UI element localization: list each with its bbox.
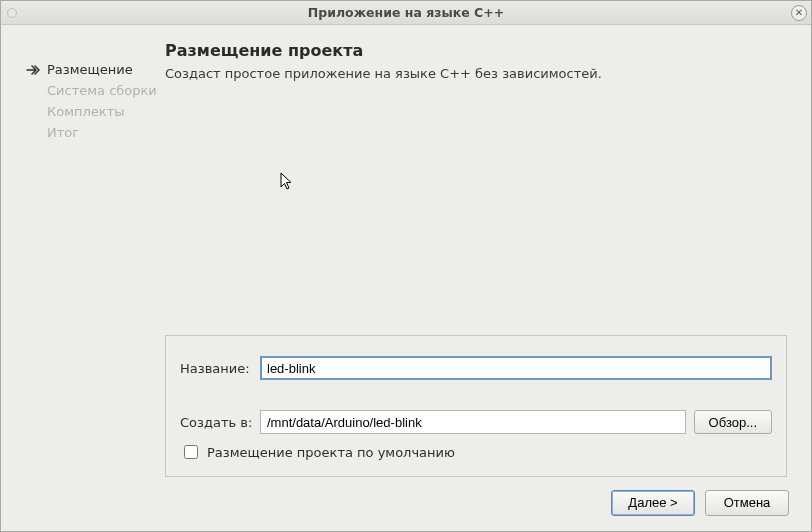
window-title: Приложение на языке C++ xyxy=(1,5,811,20)
row-gap xyxy=(180,388,772,402)
titlebar: Приложение на языке C++ ✕ xyxy=(1,1,811,25)
wizard-window: Приложение на языке C++ ✕ Размещение · xyxy=(0,0,812,532)
page-heading: Размещение проекта xyxy=(165,41,787,60)
browse-button[interactable]: Обзор... xyxy=(694,410,772,434)
step-label: Итог xyxy=(47,125,79,140)
step-location: Размещение xyxy=(25,59,165,80)
wizard-main: Размещение проекта Создаст простое прило… xyxy=(165,39,787,483)
step-label: Комплекты xyxy=(47,104,125,119)
content-area: Размещение · Система сборки · Комплекты … xyxy=(1,25,811,483)
spacer xyxy=(165,89,787,335)
default-location-checkbox[interactable] xyxy=(184,445,198,459)
step-build-system: · Система сборки xyxy=(25,80,165,101)
path-label: Создать в: xyxy=(180,415,252,430)
cancel-button[interactable]: Отмена xyxy=(705,490,789,516)
wizard-body: Размещение · Система сборки · Комплекты … xyxy=(1,25,811,531)
wizard-sidebar: Размещение · Система сборки · Комплекты … xyxy=(25,39,165,483)
name-label: Название: xyxy=(180,361,252,376)
button-bar: Далее > Отмена xyxy=(1,483,811,531)
close-button[interactable]: ✕ xyxy=(791,5,807,21)
row-default-location: Размещение проекта по умолчанию xyxy=(180,442,772,462)
row-path: Создать в: Обзор... xyxy=(180,410,772,434)
default-location-label[interactable]: Размещение проекта по умолчанию xyxy=(207,445,455,460)
name-input[interactable] xyxy=(260,356,772,380)
form-panel: Название: Создать в: Обзор... Размещение… xyxy=(165,335,787,477)
step-label: Система сборки xyxy=(47,83,157,98)
close-icon: ✕ xyxy=(795,8,803,18)
step-summary: · Итог xyxy=(25,122,165,143)
window-control-placeholder xyxy=(7,8,17,18)
next-button[interactable]: Далее > xyxy=(611,490,695,516)
page-subheading: Создаст простое приложение на языке C++ … xyxy=(165,66,787,81)
step-kits: · Комплекты xyxy=(25,101,165,122)
step-label: Размещение xyxy=(47,62,133,77)
step-indicator-icon xyxy=(25,64,41,76)
row-name: Название: xyxy=(180,356,772,380)
path-input[interactable] xyxy=(260,410,686,434)
